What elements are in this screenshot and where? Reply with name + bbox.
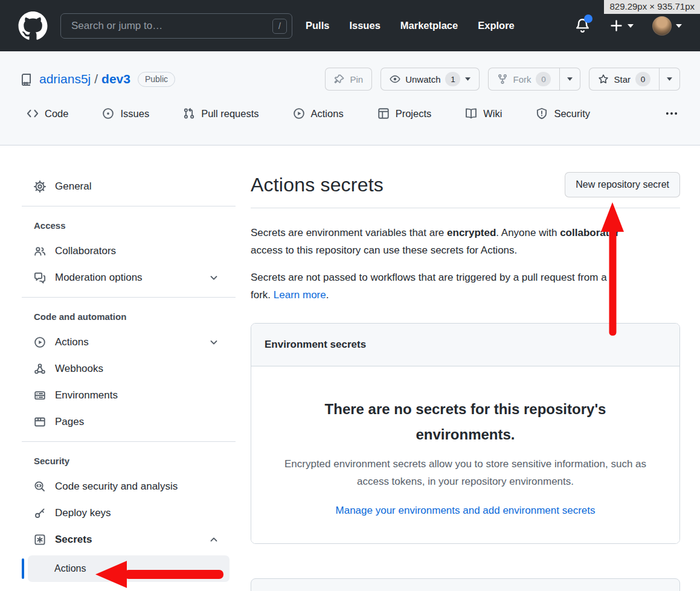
tab-actions[interactable]: Actions [288, 107, 348, 120]
chevron-down-icon [465, 77, 470, 81]
nav-pulls[interactable]: Pulls [306, 20, 329, 31]
repo-book-icon [20, 73, 33, 86]
star-label: Star [614, 74, 631, 85]
chevron-down-icon [209, 337, 219, 347]
repo-header: adrians5j/dev3 Public Pin Unwatch 1 [0, 51, 700, 145]
comment-discussion-icon [34, 272, 46, 284]
environment-secrets-card: Environment secrets There are no secrets… [251, 323, 680, 544]
nav-issues[interactable]: Issues [349, 20, 380, 31]
issue-opened-icon [102, 107, 114, 120]
sidebar-item-webhooks[interactable]: Webhooks [0, 356, 236, 382]
kebab-horizontal-icon[interactable] [665, 107, 678, 120]
empty-state-description: Encrypted environment secrets allow you … [275, 455, 655, 490]
slash-key-hint: / [272, 19, 287, 34]
code-icon [27, 107, 39, 120]
section-divider [251, 208, 680, 208]
table-icon [377, 107, 390, 120]
fork-label: Fork [513, 74, 531, 85]
sidebar-item-general[interactable]: General [0, 173, 236, 200]
page-title: Actions secrets [251, 174, 384, 196]
fork-dropdown-button[interactable] [559, 68, 580, 90]
key-asterisk-icon [34, 534, 46, 546]
tab-projects[interactable]: Projects [373, 107, 437, 120]
new-repository-secret-button[interactable]: New repository secret [565, 172, 680, 197]
environment-secrets-empty-state: There are no secrets for this repository… [251, 366, 679, 543]
manage-environments-link[interactable]: Manage your environments and add environ… [336, 505, 596, 517]
tab-label: Actions [311, 108, 344, 120]
user-menu-button[interactable] [652, 16, 682, 36]
sidebar-item-label: Pages [55, 416, 84, 428]
chevron-down-icon [667, 77, 672, 81]
fork-button[interactable]: Fork 0 [489, 68, 559, 90]
visibility-badge: Public [138, 72, 175, 87]
description-text: fork. [251, 289, 274, 301]
codescan-icon [34, 481, 46, 493]
empty-state-title: There are no secrets for this repository… [275, 397, 655, 447]
github-mark-icon[interactable] [18, 11, 48, 40]
sidebar-subitem-actions-secrets[interactable]: Actions [28, 555, 230, 582]
pin-button[interactable]: Pin [325, 68, 372, 91]
learn-more-link[interactable]: Learn more [274, 289, 326, 301]
chevron-down-icon [676, 24, 682, 28]
tab-pull-requests[interactable]: Pull requests [178, 107, 263, 120]
sidebar-divider [22, 441, 236, 442]
plus-icon [609, 19, 623, 33]
webhook-icon [34, 363, 46, 375]
chevron-up-icon [209, 535, 219, 545]
tab-issues[interactable]: Issues [97, 107, 154, 120]
book-icon [465, 107, 477, 120]
play-icon [293, 107, 305, 120]
sidebar-item-code-security[interactable]: Code security and analysis [0, 473, 236, 500]
shield-icon [536, 107, 548, 120]
sidebar-item-deploy-keys[interactable]: Deploy keys [0, 500, 236, 526]
sidebar-item-environments[interactable]: Environments [0, 382, 236, 409]
sidebar-item-label: Actions [55, 336, 89, 348]
global-header: / Pulls Issues Marketplace Explore [0, 0, 700, 51]
settings-sidebar: General Access Collaborators Moderation … [0, 145, 236, 591]
sidebar-subitem-label: Actions [54, 563, 86, 574]
github-settings-page: 829.29px × 935.71px / Pulls Issues Marke… [0, 0, 700, 591]
tab-label: Security [554, 108, 590, 120]
pin-icon [334, 74, 345, 85]
watch-label: Unwatch [405, 74, 440, 85]
star-dropdown-button[interactable] [659, 68, 679, 90]
fork-button-group: Fork 0 [488, 68, 580, 91]
star-button[interactable]: Star 0 [589, 68, 659, 90]
nav-marketplace[interactable]: Marketplace [400, 20, 458, 31]
tab-code[interactable]: Code [22, 107, 73, 120]
search-input[interactable] [61, 20, 292, 32]
dimension-tooltip: 829.29px × 935.71px [604, 0, 700, 14]
create-new-button[interactable] [609, 19, 634, 33]
sidebar-section-code-automation: Code and automation [34, 311, 236, 322]
sidebar-item-label: Webhooks [55, 363, 103, 375]
sidebar-item-actions[interactable]: Actions [0, 329, 236, 356]
avatar [652, 16, 672, 36]
tab-label: Wiki [483, 108, 502, 120]
nav-explore[interactable]: Explore [478, 20, 515, 31]
sidebar-divider [22, 297, 236, 298]
description-text: access to this repository can use these … [251, 244, 517, 256]
notifications-button[interactable] [574, 18, 591, 34]
repo-owner-link[interactable]: adrians5j [39, 72, 91, 86]
description-text: . [326, 289, 329, 301]
sidebar-item-label: General [55, 180, 91, 193]
star-icon [598, 74, 609, 85]
tab-security[interactable]: Security [531, 107, 595, 120]
repo-name-link[interactable]: dev3 [101, 72, 130, 86]
sidebar-item-label: Secrets [55, 534, 92, 546]
fork-icon [497, 74, 508, 85]
sidebar-item-collaborators[interactable]: Collaborators [0, 238, 236, 264]
selected-indicator-bar [22, 558, 24, 579]
sidebar-item-pages[interactable]: Pages [0, 409, 236, 435]
settings-content: General Access Collaborators Moderation … [0, 145, 700, 591]
tab-wiki[interactable]: Wiki [460, 107, 507, 120]
sidebar-item-secrets[interactable]: Secrets [0, 526, 236, 553]
sidebar-item-moderation-options[interactable]: Moderation options [0, 264, 236, 291]
description-bold: encrypted [447, 227, 496, 238]
sidebar-item-label: Collaborators [55, 245, 116, 257]
repo-breadcrumb: adrians5j/dev3 [39, 72, 130, 86]
description-text: . Anyone with [496, 227, 560, 238]
watch-button[interactable]: Unwatch 1 [381, 68, 480, 91]
tab-label: Issues [120, 108, 149, 120]
actions-secrets-pane: Actions secrets New repository secret Se… [236, 145, 700, 591]
